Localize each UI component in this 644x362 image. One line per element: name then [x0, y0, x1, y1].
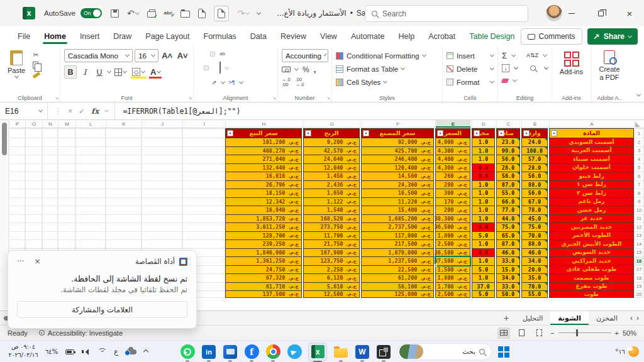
- speaker-icon[interactable]: [82, 348, 90, 355]
- empty-cell[interactable]: [182, 214, 225, 224]
- empty-cell[interactable]: [106, 197, 142, 207]
- material-cell[interactable]: طوب مصمت: [549, 273, 634, 283]
- paste-button[interactable]: Paste: [4, 49, 29, 80]
- money-cell[interactable]: ج.م.167,900: [303, 248, 360, 258]
- empty-cell[interactable]: [9, 128, 25, 138]
- empty-cell[interactable]: [75, 172, 106, 181]
- money-cell[interactable]: ج.م.61,710: [225, 282, 302, 292]
- empty-cell[interactable]: [75, 146, 106, 156]
- material-cell[interactable]: حديد المراكبي: [549, 256, 634, 266]
- empty-cell[interactable]: [58, 189, 75, 198]
- money-cell[interactable]: ج.م.1,685,200: [361, 214, 434, 224]
- redo-icon[interactable]: ↷: [237, 8, 249, 18]
- empty-cell[interactable]: [142, 214, 182, 224]
- clipboard-dialog-launcher-icon[interactable]: ↘: [55, 96, 58, 101]
- empty-cell[interactable]: [42, 231, 58, 241]
- qty-cell[interactable]: 75.0: [496, 222, 520, 232]
- sheet-tab-altahlil[interactable]: التحليل: [515, 311, 550, 325]
- collapse-ribbon-icon[interactable]: [637, 88, 640, 99]
- filter-button[interactable]: ▼: [551, 130, 557, 136]
- empty-cell[interactable]: [9, 189, 25, 198]
- qty-cell[interactable]: 1.0: [472, 273, 495, 283]
- money-cell[interactable]: ج.م.11,220: [361, 197, 434, 207]
- tab-data[interactable]: Data: [244, 28, 273, 45]
- empty-cell[interactable]: [42, 189, 58, 198]
- empty-cell[interactable]: [58, 172, 75, 181]
- table-header-cell[interactable]: صاد▼: [496, 128, 520, 138]
- money-cell[interactable]: ج.م.67,320: [225, 273, 302, 283]
- tab-page-layout[interactable]: Page Layout: [139, 28, 196, 45]
- filter-button[interactable]: ▼: [437, 130, 443, 136]
- material-cell[interactable]: زلط فينو: [549, 172, 634, 181]
- orientation-icon[interactable]: ⇗: [210, 77, 219, 87]
- qty-cell[interactable]: 0.0: [472, 248, 495, 258]
- onedrive-icon[interactable]: [126, 349, 136, 354]
- qty-cell[interactable]: 78.0: [521, 206, 548, 215]
- fill-handle[interactable]: [435, 264, 437, 266]
- zoom-slider[interactable]: [558, 332, 611, 334]
- page-break-view-button[interactable]: [533, 327, 545, 339]
- money-cell[interactable]: ج.م.12,342: [225, 197, 302, 207]
- taskbar-whatsapp-icon[interactable]: [180, 344, 195, 359]
- table-header-cell[interactable]: الربح▼: [303, 128, 360, 138]
- decrease-decimal-icon[interactable]: .00→.0: [296, 77, 304, 87]
- money-cell[interactable]: ج.م.1,800: [435, 231, 470, 241]
- empty-cell[interactable]: [182, 231, 225, 241]
- comments-button[interactable]: Comments: [521, 28, 582, 45]
- money-cell[interactable]: ج.م.117,000: [361, 231, 434, 241]
- qty-cell[interactable]: 57.0: [521, 155, 548, 164]
- confirm-entry-icon[interactable]: ✓: [79, 107, 85, 116]
- empty-cell[interactable]: [58, 222, 75, 232]
- empty-cell[interactable]: [106, 128, 142, 138]
- empty-cell[interactable]: [9, 206, 25, 215]
- formula-input[interactable]: =IFERROR(Table1[@السعر];""): [115, 107, 240, 116]
- qty-cell[interactable]: 1.0: [472, 256, 495, 266]
- money-cell[interactable]: ج.م.21,750: [303, 239, 360, 249]
- empty-cell[interactable]: [75, 155, 106, 164]
- align-middle-icon[interactable]: [204, 52, 208, 56]
- find-select-icon[interactable]: [530, 65, 536, 71]
- column-letter-H[interactable]: H: [225, 120, 302, 128]
- qat-overflow-icon[interactable]: [257, 12, 260, 15]
- money-cell[interactable]: ج.م.101,200: [225, 138, 302, 147]
- text-direction-icon[interactable]: >¶: [227, 77, 237, 87]
- font-color-button[interactable]: A: [148, 65, 162, 79]
- empty-cell[interactable]: [75, 231, 106, 241]
- empty-cell[interactable]: [142, 189, 182, 198]
- row-number-8[interactable]: 8: [634, 189, 644, 198]
- money-cell[interactable]: ج.م.22,500: [361, 265, 434, 275]
- money-cell[interactable]: ج.م.38,300: [435, 214, 470, 224]
- notification-close-icon[interactable]: ×: [34, 257, 40, 266]
- tab-draw[interactable]: Draw: [107, 28, 138, 45]
- money-cell[interactable]: ج.م.300: [435, 189, 470, 198]
- tab-table-design[interactable]: Table Design: [463, 28, 521, 45]
- battery-icon[interactable]: [65, 349, 74, 354]
- qty-cell[interactable]: 0.0: [472, 163, 495, 173]
- tab-review[interactable]: Review: [274, 28, 313, 45]
- empty-cell[interactable]: [25, 239, 42, 249]
- column-letter-N[interactable]: N: [42, 120, 58, 128]
- taskbar-telegram-icon[interactable]: [287, 344, 302, 359]
- empty-cell[interactable]: [58, 180, 75, 190]
- name-box[interactable]: E16: [0, 102, 48, 119]
- empty-cell[interactable]: [58, 138, 75, 147]
- empty-cell[interactable]: [75, 222, 106, 232]
- empty-cell[interactable]: [58, 197, 75, 207]
- empty-cell[interactable]: [25, 214, 42, 224]
- qty-cell[interactable]: 15.0: [496, 265, 520, 275]
- money-cell[interactable]: ج.م.128,700: [225, 231, 302, 241]
- empty-cell[interactable]: [9, 138, 25, 147]
- qty-cell[interactable]: 0.0: [472, 222, 495, 232]
- empty-cell[interactable]: [25, 138, 42, 147]
- search-box[interactable]: Search: [365, 5, 528, 22]
- undo-icon[interactable]: ↶: [127, 8, 139, 18]
- row-number-1[interactable]: 1: [634, 128, 644, 138]
- empty-cell[interactable]: [106, 155, 142, 164]
- empty-cell[interactable]: [106, 231, 142, 241]
- spelling-icon[interactable]: abc✓: [164, 11, 173, 15]
- taskbar-facebook-icon[interactable]: f: [244, 344, 259, 359]
- qty-cell[interactable]: 37.0: [472, 282, 495, 292]
- money-cell[interactable]: ج.م.3,011,250: [225, 222, 302, 232]
- empty-cell[interactable]: [182, 146, 225, 156]
- table-header-cell[interactable]: وارد▼: [521, 128, 548, 138]
